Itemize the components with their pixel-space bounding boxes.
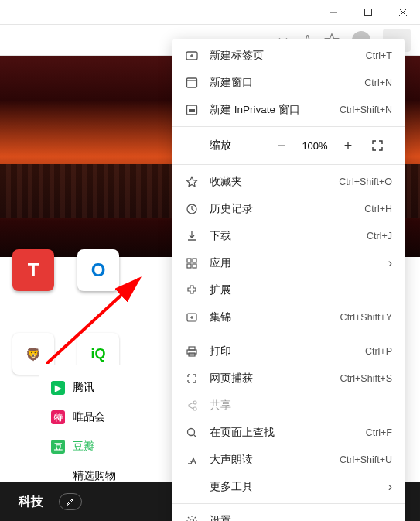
edit-button[interactable]	[59, 493, 82, 510]
download-icon	[185, 230, 199, 242]
svg-point-23	[188, 428, 195, 435]
menu-item-label: 打印	[210, 344, 365, 358]
svg-line-24	[194, 434, 197, 437]
zoom-label: 缩放	[185, 139, 267, 153]
apps-icon	[185, 257, 199, 269]
zoom-value: 100%	[296, 140, 333, 152]
svg-rect-14	[193, 259, 196, 262]
menu-item-print[interactable]: 打印 Ctrl+P	[172, 338, 405, 365]
quick-links-list: ▶ 腾讯 特 唯品会 豆 豆瓣 🛍 精选购物	[39, 365, 128, 499]
extensions-icon	[185, 284, 199, 296]
menu-separator	[172, 126, 405, 127]
menu-item-extensions[interactable]: 扩展	[172, 276, 405, 303]
print-icon	[185, 345, 199, 358]
close-icon	[399, 9, 407, 16]
menu-item-web-capture[interactable]: 网页捕获 Ctrl+Shift+S	[172, 365, 405, 392]
menu-item-shortcut: Ctrl+Shift+N	[340, 105, 392, 115]
quick-link-tencent[interactable]: ▶ 腾讯	[46, 373, 121, 403]
menu-item-find[interactable]: 在页面上查找 Ctrl+F	[172, 419, 405, 446]
menu-item-label: 在页面上查找	[210, 426, 366, 440]
menu-item-collections[interactable]: 集锦 Ctrl+Shift+Y	[172, 303, 405, 331]
pencil-icon	[66, 497, 75, 506]
quick-link-vipshop[interactable]: 特 唯品会	[46, 403, 121, 432]
tile-tmall[interactable]: T 天猫	[12, 249, 54, 310]
menu-item-new-window[interactable]: 新建窗口 Ctrl+N	[172, 69, 405, 96]
fullscreen-button[interactable]	[363, 133, 392, 158]
star-icon	[185, 176, 199, 188]
link-label: 豆瓣	[73, 440, 94, 454]
menu-item-label: 新建标签页	[210, 49, 366, 63]
tile-outlook[interactable]: O Outlook邮箱	[77, 249, 132, 310]
menu-item-shortcut: Ctrl+F	[366, 427, 392, 438]
tile-glyph: O	[77, 249, 119, 291]
history-icon	[185, 203, 199, 215]
menu-item-label: 扩展	[210, 283, 392, 297]
link-icon: 豆	[51, 440, 65, 454]
link-icon: 🛍	[51, 469, 65, 483]
svg-rect-1	[364, 9, 371, 16]
minimize-button[interactable]	[316, 0, 350, 25]
find-icon	[185, 427, 199, 439]
menu-item-new-tab[interactable]: 新建标签页 Ctrl+T	[172, 42, 405, 69]
menu-item-downloads[interactable]: 下载 Ctrl+J	[172, 222, 405, 249]
menu-item-label: 网页捕获	[210, 372, 340, 386]
new-window-icon	[185, 77, 199, 89]
menu-item-apps[interactable]: 应用 ›	[172, 249, 405, 276]
tile-label: 天猫	[12, 296, 54, 310]
menu-separator	[172, 334, 405, 334]
settings-and-more-menu: 新建标签页 Ctrl+T 新建窗口 Ctrl+N 新建 InPrivate 窗口…	[172, 39, 405, 521]
chevron-right-icon: ›	[388, 256, 392, 270]
close-button[interactable]	[385, 0, 420, 25]
svg-rect-20	[189, 347, 195, 350]
inprivate-icon	[185, 104, 199, 116]
maximize-button[interactable]	[350, 0, 385, 25]
chevron-right-icon: ›	[388, 480, 392, 494]
link-icon: 特	[51, 410, 65, 424]
menu-item-shortcut: Ctrl+J	[367, 231, 392, 242]
maximize-icon	[364, 9, 372, 16]
zoom-out-button[interactable]: −	[267, 133, 296, 158]
svg-rect-11	[189, 109, 195, 112]
zoom-in-button[interactable]: +	[333, 133, 363, 158]
tile-glyph: T	[12, 249, 54, 291]
menu-item-new-inprivate[interactable]: 新建 InPrivate 窗口 Ctrl+Shift+N	[172, 96, 405, 123]
menu-item-shortcut: Ctrl+Shift+S	[340, 373, 392, 384]
minimize-icon	[330, 9, 337, 16]
menu-item-label: 共享	[210, 399, 392, 413]
menu-separator	[172, 503, 405, 504]
top-sites-row-1: T 天猫 O Outlook邮箱	[12, 249, 132, 310]
link-label: 唯品会	[73, 410, 105, 424]
menu-separator	[172, 164, 405, 165]
read-aloud-icon	[185, 454, 199, 466]
gear-icon	[185, 515, 199, 522]
menu-item-shortcut: Ctrl+T	[366, 50, 392, 61]
menu-item-shortcut: Ctrl+Shift+Y	[340, 312, 392, 323]
menu-item-shortcut: Ctrl+P	[365, 346, 392, 357]
svg-rect-15	[187, 264, 191, 268]
link-icon: ▶	[51, 381, 65, 395]
svg-rect-13	[187, 259, 191, 262]
quick-link-douban[interactable]: 豆 豆瓣	[46, 432, 121, 461]
menu-item-shortcut: Ctrl+N	[364, 77, 392, 88]
window-titlebar	[0, 0, 420, 25]
menu-item-share: 共享	[172, 392, 405, 419]
menu-item-favorites[interactable]: 收藏夹 Ctrl+Shift+O	[172, 168, 405, 195]
menu-item-history[interactable]: 历史记录 Ctrl+H	[172, 195, 405, 222]
bottom-tab-tech[interactable]: 科技	[19, 494, 43, 510]
link-label: 精选购物	[73, 469, 116, 483]
menu-item-more-tools[interactable]: 更多工具 ›	[172, 473, 405, 500]
menu-item-zoom: 缩放 − 100% +	[172, 130, 405, 161]
menu-item-shortcut: Ctrl+Shift+U	[340, 454, 392, 465]
web-capture-icon	[185, 372, 199, 385]
menu-item-label: 集锦	[210, 310, 340, 324]
menu-item-label: 新建 InPrivate 窗口	[210, 103, 340, 117]
link-label: 腾讯	[73, 381, 94, 395]
menu-item-read-aloud[interactable]: 大声朗读 Ctrl+Shift+U	[172, 446, 405, 473]
menu-item-label: 新建窗口	[210, 76, 364, 90]
menu-item-settings[interactable]: 设置	[172, 507, 405, 521]
menu-item-label: 收藏夹	[210, 175, 339, 189]
menu-item-shortcut: Ctrl+H	[364, 204, 392, 214]
share-icon	[185, 399, 199, 412]
collections-icon	[185, 311, 199, 324]
menu-item-label: 更多工具	[210, 480, 388, 494]
